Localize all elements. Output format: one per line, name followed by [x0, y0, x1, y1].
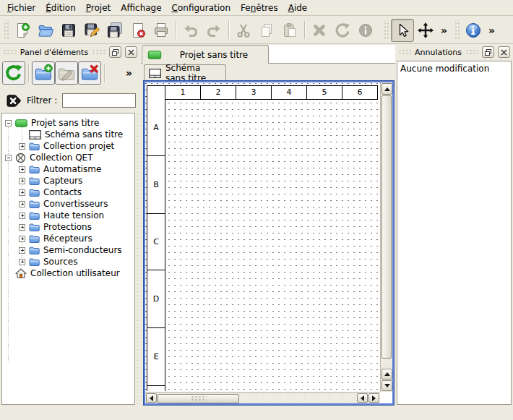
delete-category-button[interactable]	[78, 61, 101, 85]
annulations-titlebar[interactable]: Annulations	[397, 46, 512, 59]
paste-icon	[281, 22, 298, 39]
horizontal-scroll-thumb[interactable]	[158, 394, 239, 403]
elements-tree[interactable]: Projet sans titre Schéma sans titre Coll…	[1, 113, 135, 405]
expand-icon[interactable]	[19, 236, 25, 242]
delete-button[interactable]	[308, 19, 331, 42]
tree-item-schema-sans-titre[interactable]: Schéma sans titre	[2, 129, 134, 140]
menu-aide[interactable]: Aide	[283, 1, 313, 15]
tree-item-projet-sans-titre[interactable]: Projet sans titre	[2, 117, 134, 129]
close-document-button[interactable]	[126, 19, 150, 42]
expand-icon[interactable]	[19, 213, 25, 219]
expand-icon[interactable]	[19, 166, 25, 173]
elements-panel-titlebar[interactable]: Panel d'éléments	[1, 46, 139, 59]
toolbar-handle[interactable]	[3, 20, 9, 40]
scroll-left-button[interactable]	[146, 393, 157, 403]
tree-item-capteurs[interactable]: Capteurs	[2, 175, 134, 187]
save-button[interactable]	[57, 19, 80, 42]
scroll-left-button-2[interactable]	[357, 393, 368, 403]
ruler-corner-cell	[147, 85, 165, 100]
open-document-button[interactable]	[34, 19, 57, 42]
folder-delete-icon	[80, 64, 99, 82]
save-all-button[interactable]	[103, 19, 126, 42]
tab-schema-sans-titre[interactable]: Schéma sans titre	[144, 64, 226, 81]
new-document-button[interactable]	[11, 19, 34, 42]
expand-icon[interactable]	[19, 259, 25, 265]
schema-window: 1 2 3 4 5 6 A B C D E	[144, 81, 394, 405]
filter-row: Filtrer :	[0, 91, 139, 110]
dock-float-button[interactable]	[109, 46, 121, 58]
info-blue-icon	[465, 22, 482, 39]
menu-fichier[interactable]: Fichier	[2, 1, 40, 15]
cut-button[interactable]	[232, 19, 255, 42]
copy-button[interactable]	[255, 19, 278, 42]
filter-input[interactable]	[62, 93, 136, 108]
expand-icon[interactable]	[19, 189, 25, 196]
column-header: 6	[342, 85, 378, 100]
tree-item-label: Sources	[43, 257, 77, 267]
undo-history-list[interactable]: Aucune modification	[397, 61, 512, 405]
tree-item-collection-projet[interactable]: Collection projet	[2, 140, 134, 152]
print-button[interactable]	[150, 19, 173, 42]
scroll-down-button[interactable]	[381, 380, 392, 391]
about-qet-button[interactable]	[462, 19, 485, 42]
undo-button[interactable]	[179, 19, 202, 42]
tree-item-collection-utilisateur[interactable]: Collection utilisateur	[2, 267, 134, 279]
collapse-icon[interactable]	[5, 155, 12, 161]
rotate-icon	[334, 22, 351, 39]
tree-item-convertisseurs[interactable]: Convertisseurs	[2, 198, 134, 210]
toolbar-overflow-chevron[interactable]: »	[437, 25, 451, 36]
collapse-icon[interactable]	[5, 120, 12, 127]
dock-float-button[interactable]	[482, 46, 494, 58]
expand-icon[interactable]	[19, 224, 25, 231]
save-as-button[interactable]	[80, 19, 103, 42]
tree-item-semi-conducteurs[interactable]: Semi-conducteurs	[2, 244, 134, 256]
dock-splitter[interactable]	[136, 113, 140, 405]
reload-collections-button[interactable]	[2, 61, 25, 85]
tree-item-contacts[interactable]: Contacts	[2, 187, 134, 198]
scroll-up-button[interactable]	[381, 83, 392, 95]
redo-button[interactable]	[202, 19, 225, 42]
properties-button[interactable]	[354, 19, 377, 42]
menu-edition[interactable]: Édition	[40, 1, 81, 15]
float-icon	[112, 49, 118, 56]
expand-icon[interactable]	[19, 178, 25, 184]
edit-category-button[interactable]	[55, 61, 78, 85]
scroll-right-button[interactable]	[368, 393, 379, 403]
toolbar-separator	[101, 64, 108, 83]
menu-configuration[interactable]: Configuration	[167, 1, 236, 15]
paste-button[interactable]	[278, 19, 301, 42]
dock-close-button[interactable]	[125, 46, 137, 58]
column-header: 2	[201, 85, 236, 100]
new-category-button[interactable]	[32, 61, 55, 85]
open-folder-icon	[37, 22, 54, 39]
tree-item-collection-qet[interactable]: Collection QET	[2, 152, 134, 163]
panel-toolbar-overflow-chevron[interactable]: »	[126, 67, 139, 79]
select-pointer-button[interactable]	[391, 19, 414, 42]
toolbar-handle[interactable]	[383, 20, 389, 40]
rotate-button[interactable]	[331, 19, 354, 42]
menu-projet[interactable]: Projet	[81, 1, 116, 15]
menu-affichage[interactable]: Affichage	[116, 1, 166, 15]
toolbar-handle[interactable]	[454, 20, 460, 40]
row-header: A	[147, 99, 165, 156]
tab-projet-sans-titre[interactable]: Projet sans titre	[142, 45, 269, 64]
tree-item-protections[interactable]: Protections	[2, 221, 134, 233]
expand-icon[interactable]	[19, 201, 25, 207]
tree-item-haute-tension[interactable]: Haute tension	[2, 210, 134, 221]
toolbar-overflow-chevron[interactable]: »	[485, 25, 499, 36]
scroll-up-button-2[interactable]	[381, 369, 392, 380]
move-view-button[interactable]	[414, 19, 437, 42]
tree-item-recepteurs[interactable]: Récepteurs	[2, 233, 134, 244]
expand-icon[interactable]	[19, 143, 25, 150]
undo-history-item[interactable]: Aucune modification	[400, 63, 508, 74]
horizontal-scrollbar[interactable]	[145, 392, 380, 403]
vertical-scroll-thumb[interactable]	[381, 95, 392, 359]
tree-item-sources[interactable]: Sources	[2, 256, 134, 267]
expand-icon[interactable]	[19, 247, 25, 254]
tree-item-automatisme[interactable]: Automatisme	[2, 163, 134, 175]
menu-fenetres[interactable]: Fenêtres	[236, 1, 283, 15]
dock-close-button[interactable]	[498, 46, 510, 58]
schema-canvas[interactable]: 1 2 3 4 5 6 A B C D E	[145, 82, 380, 392]
vertical-scrollbar[interactable]	[380, 82, 392, 392]
clear-filter-icon[interactable]	[6, 94, 22, 108]
